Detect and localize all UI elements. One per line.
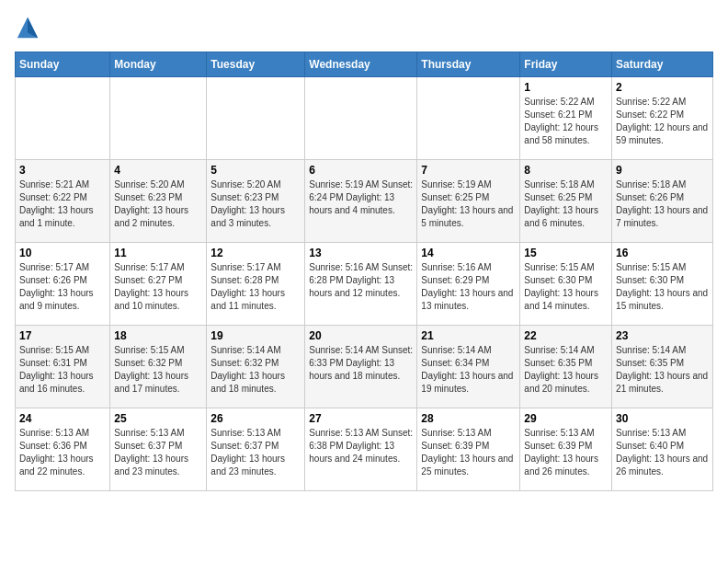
- header: [15, 15, 713, 40]
- calendar-cell: 25Sunrise: 5:13 AM Sunset: 6:37 PM Dayli…: [110, 408, 207, 491]
- calendar-week-row: 17Sunrise: 5:15 AM Sunset: 6:31 PM Dayli…: [16, 326, 713, 408]
- day-number: 17: [19, 329, 106, 342]
- day-info: Sunrise: 5:14 AM Sunset: 6:32 PM Dayligh…: [210, 344, 301, 396]
- calendar-cell: 3Sunrise: 5:21 AM Sunset: 6:22 PM Daylig…: [16, 160, 110, 243]
- day-info: Sunrise: 5:13 AM Sunset: 6:37 PM Dayligh…: [114, 427, 202, 478]
- day-info: Sunrise: 5:13 AM Sunset: 6:38 PM Dayligh…: [309, 427, 413, 465]
- day-number: 13: [309, 247, 413, 259]
- day-number: 26: [210, 412, 301, 425]
- weekday-header-sunday: Sunday: [16, 52, 110, 77]
- calendar-cell: [305, 77, 417, 160]
- day-number: 8: [524, 164, 608, 177]
- logo: [15, 15, 44, 40]
- day-number: 19: [210, 329, 301, 342]
- calendar-cell: [207, 77, 305, 160]
- logo-icon: [15, 15, 40, 40]
- weekday-header-thursday: Thursday: [417, 52, 520, 77]
- day-info: Sunrise: 5:20 AM Sunset: 6:23 PM Dayligh…: [114, 178, 202, 230]
- day-info: Sunrise: 5:17 AM Sunset: 6:28 PM Dayligh…: [210, 261, 301, 313]
- day-info: Sunrise: 5:17 AM Sunset: 6:27 PM Dayligh…: [114, 261, 202, 313]
- calendar-cell: 16Sunrise: 5:15 AM Sunset: 6:30 PM Dayli…: [612, 243, 713, 326]
- day-number: 6: [309, 164, 413, 177]
- day-info: Sunrise: 5:13 AM Sunset: 6:39 PM Dayligh…: [524, 427, 608, 478]
- day-number: 4: [114, 164, 202, 177]
- calendar-cell: [16, 77, 110, 160]
- calendar-cell: 10Sunrise: 5:17 AM Sunset: 6:26 PM Dayli…: [16, 243, 110, 326]
- calendar-cell: 12Sunrise: 5:17 AM Sunset: 6:28 PM Dayli…: [207, 243, 305, 326]
- calendar-cell: 28Sunrise: 5:13 AM Sunset: 6:39 PM Dayli…: [417, 408, 520, 491]
- calendar-cell: 26Sunrise: 5:13 AM Sunset: 6:37 PM Dayli…: [207, 408, 305, 491]
- calendar-cell: 24Sunrise: 5:13 AM Sunset: 6:36 PM Dayli…: [16, 408, 110, 491]
- calendar-cell: 29Sunrise: 5:13 AM Sunset: 6:39 PM Dayli…: [520, 408, 612, 491]
- weekday-header-wednesday: Wednesday: [305, 52, 417, 77]
- day-number: 11: [114, 247, 202, 259]
- calendar-cell: 7Sunrise: 5:19 AM Sunset: 6:25 PM Daylig…: [417, 160, 520, 243]
- day-number: 21: [421, 329, 516, 342]
- calendar-cell: 15Sunrise: 5:15 AM Sunset: 6:30 PM Dayli…: [520, 243, 612, 326]
- day-info: Sunrise: 5:20 AM Sunset: 6:23 PM Dayligh…: [210, 178, 301, 230]
- day-info: Sunrise: 5:19 AM Sunset: 6:25 PM Dayligh…: [421, 178, 516, 230]
- calendar-cell: 4Sunrise: 5:20 AM Sunset: 6:23 PM Daylig…: [110, 160, 207, 243]
- calendar-cell: 13Sunrise: 5:16 AM Sunset: 6:28 PM Dayli…: [305, 243, 417, 326]
- day-info: Sunrise: 5:18 AM Sunset: 6:25 PM Dayligh…: [524, 178, 608, 230]
- day-number: 7: [421, 164, 516, 177]
- day-info: Sunrise: 5:22 AM Sunset: 6:22 PM Dayligh…: [616, 96, 709, 147]
- day-info: Sunrise: 5:19 AM Sunset: 6:24 PM Dayligh…: [309, 178, 413, 217]
- calendar-week-row: 24Sunrise: 5:13 AM Sunset: 6:36 PM Dayli…: [16, 408, 713, 491]
- day-info: Sunrise: 5:15 AM Sunset: 6:30 PM Dayligh…: [616, 261, 709, 313]
- day-number: 20: [309, 329, 413, 342]
- day-number: 23: [616, 329, 709, 342]
- calendar-cell: 20Sunrise: 5:14 AM Sunset: 6:33 PM Dayli…: [305, 326, 417, 408]
- day-number: 2: [616, 81, 709, 94]
- calendar-cell: 11Sunrise: 5:17 AM Sunset: 6:27 PM Dayli…: [110, 243, 207, 326]
- day-info: Sunrise: 5:17 AM Sunset: 6:26 PM Dayligh…: [19, 261, 106, 313]
- day-info: Sunrise: 5:13 AM Sunset: 6:36 PM Dayligh…: [19, 427, 106, 478]
- calendar-cell: 19Sunrise: 5:14 AM Sunset: 6:32 PM Dayli…: [207, 326, 305, 408]
- calendar-cell: 14Sunrise: 5:16 AM Sunset: 6:29 PM Dayli…: [417, 243, 520, 326]
- day-number: 5: [210, 164, 301, 177]
- day-number: 30: [616, 412, 709, 425]
- calendar-week-row: 3Sunrise: 5:21 AM Sunset: 6:22 PM Daylig…: [16, 160, 713, 243]
- day-number: 25: [114, 412, 202, 425]
- day-number: 18: [114, 329, 202, 342]
- calendar-cell: 1Sunrise: 5:22 AM Sunset: 6:21 PM Daylig…: [520, 77, 612, 160]
- day-info: Sunrise: 5:15 AM Sunset: 6:32 PM Dayligh…: [114, 344, 202, 396]
- day-number: 16: [616, 247, 709, 259]
- calendar-cell: 9Sunrise: 5:18 AM Sunset: 6:26 PM Daylig…: [612, 160, 713, 243]
- calendar-cell: 18Sunrise: 5:15 AM Sunset: 6:32 PM Dayli…: [110, 326, 207, 408]
- day-number: 28: [421, 412, 516, 425]
- calendar-cell: 6Sunrise: 5:19 AM Sunset: 6:24 PM Daylig…: [305, 160, 417, 243]
- day-info: Sunrise: 5:16 AM Sunset: 6:29 PM Dayligh…: [421, 261, 516, 313]
- day-info: Sunrise: 5:14 AM Sunset: 6:34 PM Dayligh…: [421, 344, 516, 396]
- calendar-cell: 27Sunrise: 5:13 AM Sunset: 6:38 PM Dayli…: [305, 408, 417, 491]
- calendar-cell: 5Sunrise: 5:20 AM Sunset: 6:23 PM Daylig…: [207, 160, 305, 243]
- calendar-table: SundayMondayTuesdayWednesdayThursdayFrid…: [15, 52, 713, 491]
- day-number: 12: [210, 247, 301, 259]
- day-number: 3: [19, 164, 106, 177]
- calendar-cell: 17Sunrise: 5:15 AM Sunset: 6:31 PM Dayli…: [16, 326, 110, 408]
- day-info: Sunrise: 5:13 AM Sunset: 6:39 PM Dayligh…: [421, 427, 516, 478]
- weekday-header-monday: Monday: [110, 52, 207, 77]
- day-info: Sunrise: 5:15 AM Sunset: 6:31 PM Dayligh…: [19, 344, 106, 396]
- calendar-cell: 8Sunrise: 5:18 AM Sunset: 6:25 PM Daylig…: [520, 160, 612, 243]
- weekday-header-saturday: Saturday: [612, 52, 713, 77]
- day-info: Sunrise: 5:13 AM Sunset: 6:40 PM Dayligh…: [616, 427, 709, 478]
- calendar-cell: 23Sunrise: 5:14 AM Sunset: 6:35 PM Dayli…: [612, 326, 713, 408]
- calendar-week-row: 1Sunrise: 5:22 AM Sunset: 6:21 PM Daylig…: [16, 77, 713, 160]
- day-number: 10: [19, 247, 106, 259]
- day-number: 27: [309, 412, 413, 425]
- day-info: Sunrise: 5:13 AM Sunset: 6:37 PM Dayligh…: [210, 427, 301, 478]
- weekday-header-tuesday: Tuesday: [207, 52, 305, 77]
- day-number: 15: [524, 247, 608, 259]
- day-info: Sunrise: 5:14 AM Sunset: 6:35 PM Dayligh…: [524, 344, 608, 396]
- calendar-week-row: 10Sunrise: 5:17 AM Sunset: 6:26 PM Dayli…: [16, 243, 713, 326]
- calendar-cell: 22Sunrise: 5:14 AM Sunset: 6:35 PM Dayli…: [520, 326, 612, 408]
- calendar-cell: 30Sunrise: 5:13 AM Sunset: 6:40 PM Dayli…: [612, 408, 713, 491]
- day-info: Sunrise: 5:16 AM Sunset: 6:28 PM Dayligh…: [309, 261, 413, 300]
- day-info: Sunrise: 5:22 AM Sunset: 6:21 PM Dayligh…: [524, 96, 608, 147]
- day-number: 29: [524, 412, 608, 425]
- day-number: 24: [19, 412, 106, 425]
- day-info: Sunrise: 5:21 AM Sunset: 6:22 PM Dayligh…: [19, 178, 106, 230]
- day-info: Sunrise: 5:15 AM Sunset: 6:30 PM Dayligh…: [524, 261, 608, 313]
- day-info: Sunrise: 5:14 AM Sunset: 6:33 PM Dayligh…: [309, 344, 413, 383]
